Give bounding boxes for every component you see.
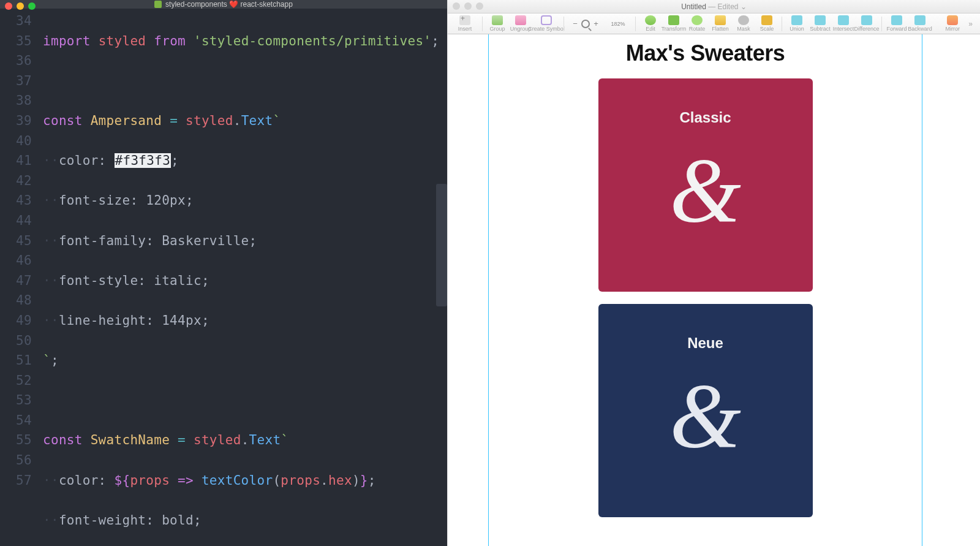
line-number: 48 (0, 290, 32, 311)
line-number: 44 (0, 211, 32, 231)
backward-button[interactable]: Backward (909, 14, 931, 34)
plus-icon (459, 15, 470, 25)
toolbar-separator (881, 17, 882, 31)
line-number: 34 (0, 11, 32, 31)
chevron-down-icon[interactable]: ⌄ (739, 2, 747, 11)
subtract-button[interactable]: Subtract (809, 14, 831, 34)
code-line[interactable] (43, 71, 447, 91)
toolbar-separator (564, 17, 564, 31)
artboard-title[interactable]: Max's Sweaters (626, 40, 785, 66)
subtract-icon (815, 15, 826, 25)
code-line[interactable]: ··font-size: 120px; (43, 191, 447, 211)
union-button[interactable]: Union (786, 14, 808, 34)
code-line[interactable]: ··font-family: Baskerville; (43, 231, 447, 251)
sketch-canvas[interactable]: Max's Sweaters Classic & Neue & (448, 34, 980, 546)
window-traffic-lights[interactable] (453, 2, 483, 10)
group-button[interactable]: Group (486, 14, 508, 34)
zoom-icon[interactable] (476, 2, 483, 10)
scale-button[interactable]: Scale (756, 14, 778, 34)
swatch-tile-neue[interactable]: Neue & (598, 304, 813, 517)
edit-button[interactable]: Edit (639, 14, 662, 34)
forward-button[interactable]: Forward (886, 14, 908, 34)
line-number: 57 (0, 471, 32, 491)
toolbar-separator (782, 17, 782, 31)
zoom-out-icon[interactable]: − (571, 19, 579, 28)
code-line[interactable]: const Ampersand = styled.Text` (43, 111, 447, 131)
editor-tab-title: styled-components ❤️ react-sketchapp (0, 0, 447, 9)
intersect-button[interactable]: Intersect (832, 14, 854, 34)
line-number: 39 (0, 111, 32, 131)
line-number: 50 (0, 331, 32, 351)
line-number: 54 (0, 411, 32, 431)
zoom-control[interactable]: − + (571, 19, 600, 28)
magnifier-icon (581, 20, 590, 28)
transform-button[interactable]: Transform (663, 14, 685, 34)
mirror-button[interactable]: Mirror (941, 14, 963, 34)
close-icon[interactable] (453, 2, 460, 10)
forward-icon (891, 15, 902, 25)
rotate-icon (692, 15, 703, 25)
editor-titlebar: styled-components ❤️ react-sketchapp (0, 0, 447, 9)
group-icon (492, 15, 503, 25)
swatch-tile-classic[interactable]: Classic & (598, 78, 813, 292)
line-number: 45 (0, 231, 32, 251)
line-number: 35 (0, 31, 32, 51)
line-number: 40 (0, 131, 32, 151)
editor-scrollbar[interactable] (436, 184, 447, 306)
create-symbol-button[interactable]: Create Symbol (533, 14, 560, 34)
line-number: 36 (0, 51, 32, 71)
line-number: 49 (0, 311, 32, 331)
zoom-value: 182% (605, 21, 631, 27)
close-icon[interactable] (5, 2, 12, 10)
insert-button[interactable]: Insert (451, 14, 478, 34)
selected-text: #f3f3f3 (115, 153, 172, 168)
mask-icon (738, 15, 749, 25)
code-area[interactable]: import styled from 'styled-components/pr… (43, 11, 447, 546)
zoom-icon[interactable] (28, 2, 36, 10)
toolbar-separator (635, 17, 636, 31)
line-number: 47 (0, 271, 32, 291)
zoom-in-icon[interactable]: + (592, 19, 600, 28)
line-number: 51 (0, 351, 32, 371)
minimize-icon[interactable] (464, 2, 472, 10)
symbol-icon (541, 15, 552, 25)
ampersand-glyph[interactable]: & (669, 370, 741, 462)
code-line[interactable]: ··font-weight: bold; (43, 510, 447, 531)
window-traffic-lights[interactable] (5, 2, 36, 10)
scale-icon (761, 15, 772, 25)
line-number: 46 (0, 251, 32, 271)
line-number: 37 (0, 71, 32, 91)
line-number: 38 (0, 91, 32, 111)
minimize-icon[interactable] (17, 2, 24, 10)
code-line[interactable]: const SwatchName = styled.Text` (43, 430, 447, 450)
mask-button[interactable]: Mask (733, 14, 755, 34)
toolbar-separator (482, 17, 483, 31)
code-line[interactable]: `; (43, 351, 447, 371)
ungroup-icon (515, 15, 526, 25)
code-editor-pane: styled-components ❤️ react-sketchapp 34 … (0, 0, 447, 546)
ampersand-glyph[interactable]: & (669, 145, 741, 237)
line-number: 43 (0, 191, 32, 211)
code-line[interactable] (43, 390, 447, 411)
code-line[interactable]: ··line-height: 144px; (43, 311, 447, 331)
difference-button[interactable]: Difference (856, 14, 878, 34)
toolbar-overflow-icon[interactable]: » (965, 20, 976, 28)
flatten-icon (715, 15, 726, 25)
editor-filename: styled-components ❤️ react-sketchapp (165, 0, 293, 9)
artboard[interactable]: Max's Sweaters Classic & Neue & (488, 34, 922, 546)
code-line[interactable]: ··color: ${props => textColor(props.hex)… (43, 471, 447, 491)
edit-icon (645, 15, 656, 25)
swatch-name[interactable]: Neue (687, 335, 723, 352)
code-line[interactable]: import styled from 'styled-components/pr… (43, 31, 447, 51)
swatch-name[interactable]: Classic (679, 109, 731, 126)
intersect-icon (838, 15, 849, 25)
editor-body[interactable]: 34 35 36 37 38 39 40 41 42 43 44 45 46 4… (0, 9, 447, 546)
rotate-button[interactable]: Rotate (686, 14, 708, 34)
code-line[interactable]: ··font-style: italic; (43, 271, 447, 291)
line-number-gutter: 34 35 36 37 38 39 40 41 42 43 44 45 46 4… (0, 11, 43, 546)
flatten-button[interactable]: Flatten (709, 14, 731, 34)
code-line[interactable]: ··color: #f3f3f3; (43, 151, 447, 171)
line-number: 56 (0, 450, 32, 471)
difference-icon (861, 15, 872, 25)
mirror-icon (947, 15, 958, 25)
